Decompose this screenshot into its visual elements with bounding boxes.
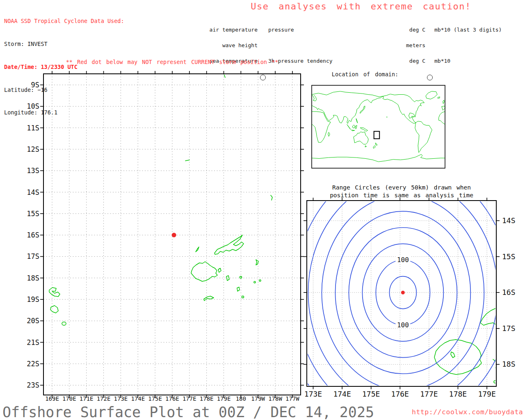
coastline-tasmania: [365, 146, 367, 147]
lat-tick-label: 15S: [502, 252, 516, 261]
lon-tick-label: 179E: [478, 390, 495, 398]
coastline-kadavu: [204, 296, 214, 301]
main-map-grid: 169E170E171E172E173E174E175E176E177E178E…: [27, 71, 304, 402]
lat-tick-label: 11S: [27, 124, 39, 132]
lat-tick-label: 22S: [27, 360, 39, 368]
storm-position-dot: [172, 233, 176, 237]
range-circle-450km: [281, 146, 525, 420]
coastline-iberia: [442, 106, 445, 110]
domain-box-marker: [374, 131, 380, 139]
lat-tick-label: 21S: [27, 338, 39, 347]
coastline-vanuatu-3: [62, 322, 66, 325]
coastline-south-america: [415, 121, 432, 153]
lat-tick-label: 17S: [27, 252, 39, 260]
lat-tick-label: 13S: [27, 167, 39, 175]
lat-tick-label: 12S: [27, 145, 39, 153]
lat-tick-label: 23S: [27, 381, 39, 389]
range-circle-label: 100: [397, 256, 409, 264]
coastline-borneo: [352, 125, 355, 128]
coastline-taveuni: [256, 260, 258, 265]
lon-tick-label: 180: [236, 395, 246, 402]
lon-tick-label: 172E: [97, 395, 111, 402]
lon-tick-label: 173E: [304, 390, 322, 398]
lon-tick-label: 174E: [131, 395, 145, 402]
lon-tick-label: 176E: [391, 390, 409, 398]
coastline-new-guinea: [360, 128, 368, 131]
source-url: http://coolwx.com/buoydata: [412, 408, 523, 416]
coastline-cuba: [412, 116, 414, 117]
coastline-viti-levu: [191, 262, 217, 281]
lon-tick-label: 176E: [165, 395, 179, 402]
lon-tick-label: 171E: [80, 395, 94, 402]
coastline-nz-north: [375, 143, 377, 145]
lon-tick-label: 174E: [333, 390, 351, 398]
coastline-islet-7: [224, 74, 225, 78]
world-map-border: [312, 85, 445, 168]
lon-tick-label: 175E: [362, 390, 380, 398]
coastline-vanua-levu: [215, 235, 244, 254]
lon-tick-label: 175E: [148, 395, 162, 402]
coastline-antarctica: [312, 154, 445, 162]
lat-tick-label: 20S: [27, 317, 39, 325]
plot-overlays: 100100: [172, 233, 411, 329]
coastline-islet-6: [185, 160, 189, 161]
coastline-ovalau: [218, 268, 221, 272]
lat-tick-label: 9S: [31, 81, 39, 89]
range-circle-label: 100: [397, 321, 409, 329]
plots-canvas: 169E170E171E172E173E174E175E176E177E178E…: [0, 0, 525, 420]
coastline-north-america: [382, 94, 425, 123]
coastline-islet-1: [242, 296, 244, 298]
coastline-hawaii: [387, 117, 387, 118]
coastline-islet-4: [259, 280, 261, 281]
coastline-vanuatu-1: [49, 288, 60, 297]
coastline-africa-west: [439, 112, 445, 124]
coastline-nz-south: [373, 146, 375, 148]
lon-tick-label: 177W: [285, 395, 299, 402]
lon-tick-label: 170E: [62, 395, 76, 402]
lon-tick-label: 173E: [114, 395, 128, 402]
lon-tick-label: 177E: [183, 395, 196, 402]
range-circles: [281, 146, 525, 420]
coastline-sulawesi: [356, 126, 357, 129]
coastline-java: [352, 130, 355, 131]
coastline-greenland: [426, 91, 437, 99]
coastline-eurasia: [312, 91, 382, 124]
range-center-dot: [401, 291, 405, 294]
lat-tick-label: 14S: [502, 216, 516, 225]
coastline-madagascar: [328, 132, 330, 136]
lat-tick-label: 16S: [27, 231, 39, 239]
coastline-vanuatu-2: [50, 306, 58, 313]
lat-tick-label: 10S: [27, 102, 39, 110]
lon-tick-label: 179W: [251, 395, 265, 402]
coastline-islet-3: [254, 281, 256, 283]
coastline-islet-5: [271, 195, 272, 200]
offshore-surface-plot-page: NOAA SSD Tropical Cyclone Data Used: Sto…: [0, 0, 525, 420]
coastline-australia: [354, 132, 368, 144]
coastline-yasawa: [196, 247, 199, 252]
main-map-coastlines: [49, 74, 272, 325]
lon-tick-label: 178E: [449, 390, 467, 398]
coastline-scandinavia: [312, 94, 317, 101]
world-map: [312, 85, 445, 168]
range-small-island: [451, 352, 455, 358]
lon-tick-label: 169E: [45, 395, 59, 402]
range-map-coastlines: [434, 308, 497, 383]
lat-tick-label: 19S: [27, 295, 39, 304]
lat-tick-label: 17S: [502, 324, 516, 333]
coastline-iceland: [438, 97, 440, 98]
lon-tick-label: 178W: [268, 395, 282, 402]
lon-tick-label: 178E: [200, 395, 214, 402]
coastline-sumatra: [347, 124, 351, 129]
plot-main-title: Offshore Surface Plot at 00Z / DEC 14, 2…: [2, 404, 374, 420]
lon-tick-label: 179E: [217, 395, 231, 402]
coastline-philippines: [356, 119, 358, 123]
lon-tick-label: 177E: [420, 390, 438, 398]
lat-tick-label: 18S: [27, 274, 39, 282]
lat-tick-label: 18S: [502, 360, 516, 368]
coastline-uk: [443, 100, 445, 104]
lat-tick-label: 14S: [27, 188, 39, 196]
lat-tick-label: 16S: [502, 288, 516, 297]
lat-tick-label: 15S: [27, 210, 39, 218]
coastline-japan: [360, 106, 365, 113]
coastline-gau: [237, 287, 240, 291]
